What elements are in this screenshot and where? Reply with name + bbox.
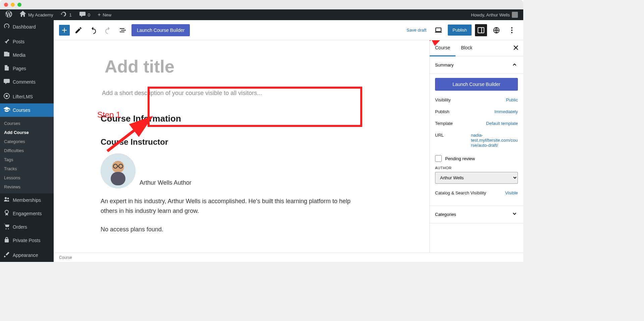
settings-sidebar: Step 2 Course Block Summary xyxy=(429,40,523,253)
annotation-title-box xyxy=(148,87,362,127)
visibility-value[interactable]: Public xyxy=(506,97,518,102)
new-content-button[interactable]: + New xyxy=(95,9,114,20)
sidebar-item-pages[interactable]: Pages xyxy=(0,62,54,75)
sidebar-item-memberships[interactable]: Memberships xyxy=(0,193,54,207)
redo-button[interactable] xyxy=(102,24,114,36)
submenu-lessons[interactable]: Lessons xyxy=(0,173,54,182)
url-value[interactable]: nadia-test.myliftersite.com/course/auto-… xyxy=(471,133,518,148)
submenu-courses[interactable]: Courses xyxy=(0,119,54,128)
plus-icon: + xyxy=(98,12,101,18)
submenu-reviews[interactable]: Reviews xyxy=(0,182,54,191)
laptop-icon xyxy=(434,26,442,34)
greeting-text: Howdy, Arthur Wells xyxy=(471,12,510,17)
sidebar-item-label: Private Posts xyxy=(13,238,40,243)
summary-panel-body: Launch Course Builder Visibility Public … xyxy=(430,74,523,206)
editor-canvas[interactable]: Step 1 Add title Add a short description… xyxy=(54,40,429,253)
sidebar-item-orders[interactable]: Orders xyxy=(0,220,54,234)
globe-icon xyxy=(493,27,500,34)
sidebar-item-courses[interactable]: Courses xyxy=(0,103,54,117)
close-settings-button[interactable] xyxy=(508,40,523,56)
user-greeting[interactable]: Howdy, Arthur Wells xyxy=(468,9,521,20)
sidebar-item-label: Courses xyxy=(13,107,30,113)
svg-point-10 xyxy=(511,30,513,31)
submenu-categories[interactable]: Categories xyxy=(0,137,54,146)
wp-logo-menu[interactable] xyxy=(3,9,15,20)
sidebar-item-label: Comments xyxy=(13,79,36,85)
refresh-icon xyxy=(60,11,67,19)
settings-sidebar-toggle[interactable] xyxy=(475,24,487,36)
plus-icon xyxy=(60,26,68,34)
breadcrumb-course[interactable]: Course xyxy=(59,255,72,260)
sidebar-item-media[interactable]: Media xyxy=(0,48,54,62)
summary-panel-header[interactable]: Summary xyxy=(430,56,523,74)
tab-course[interactable]: Course xyxy=(430,40,455,56)
svg-point-4 xyxy=(5,210,8,214)
publish-date-value[interactable]: Immediately xyxy=(494,109,518,114)
comments-count: 0 xyxy=(88,12,90,17)
list-view-icon xyxy=(119,26,127,34)
sidebar-item-engagements[interactable]: Engagements xyxy=(0,207,54,220)
comments-link[interactable]: 0 xyxy=(76,9,93,20)
sidebar-item-label: Orders xyxy=(13,224,27,230)
edit-tools-button[interactable] xyxy=(72,24,85,36)
publish-button[interactable]: Publish xyxy=(448,25,472,36)
mac-titlebar xyxy=(0,0,523,9)
undo-icon xyxy=(89,26,97,34)
close-icon xyxy=(513,45,519,50)
save-draft-button[interactable]: Save draft xyxy=(404,25,429,35)
svg-point-1 xyxy=(6,95,8,97)
lock-icon xyxy=(3,236,10,244)
redo-icon xyxy=(104,26,112,34)
sidebar-item-label: Appearance xyxy=(13,253,38,258)
sidebar-item-private-posts[interactable]: Private Posts xyxy=(0,234,54,247)
add-block-button[interactable] xyxy=(59,25,70,36)
submenu-tags[interactable]: Tags xyxy=(0,155,54,164)
refresh-updates[interactable]: 1 xyxy=(58,9,74,20)
instructor-name: Arthur Wells Author xyxy=(140,179,192,188)
mac-close-icon[interactable] xyxy=(4,3,8,7)
pencil-icon xyxy=(74,26,83,34)
sidebar-item-label: Memberships xyxy=(13,197,41,203)
sidebar-item-label: Pages xyxy=(13,66,26,71)
submenu-difficulties[interactable]: Difficulties xyxy=(0,146,54,155)
site-home-link[interactable]: My Academy xyxy=(17,9,56,20)
sidebar-item-dashboard[interactable]: Dashboard xyxy=(0,20,54,34)
svg-point-11 xyxy=(511,32,513,33)
home-icon xyxy=(19,11,26,19)
summary-label: Summary xyxy=(435,62,454,67)
sidebar-item-comments[interactable]: Comments xyxy=(0,75,54,89)
tab-block[interactable]: Block xyxy=(455,40,478,56)
sidebar-item-posts[interactable]: Posts xyxy=(0,35,54,48)
new-label: New xyxy=(103,12,111,17)
catalog-visibility-value[interactable]: Visible xyxy=(505,190,518,195)
instructor-avatar-icon xyxy=(101,153,136,188)
sidebar-item-label: Media xyxy=(13,52,25,58)
undo-button[interactable] xyxy=(87,24,99,36)
pin-icon xyxy=(3,38,10,46)
svg-point-2 xyxy=(5,197,7,199)
launch-course-builder-button[interactable]: Launch Course Builder xyxy=(131,24,190,36)
llms-visibility-button[interactable] xyxy=(490,24,502,36)
submenu-tracks[interactable]: Tracks xyxy=(0,164,54,173)
course-instructor-heading: Course Instructor xyxy=(101,137,382,147)
categories-panel-header[interactable]: Categories xyxy=(430,206,523,223)
template-value[interactable]: Default template xyxy=(486,121,518,126)
course-title-input[interactable]: Add title xyxy=(101,54,382,80)
mac-minimize-icon[interactable] xyxy=(11,3,15,7)
courses-submenu: Courses Add Course Categories Difficulti… xyxy=(0,117,54,193)
sidebar-launch-builder-button[interactable]: Launch Course Builder xyxy=(435,78,518,91)
author-select[interactable]: Arthur Wells xyxy=(435,172,518,184)
visibility-label: Visibility xyxy=(435,97,451,102)
sidebar-item-appearance[interactable]: Appearance xyxy=(0,248,54,262)
pending-review-checkbox[interactable] xyxy=(435,155,442,162)
mac-maximize-icon[interactable] xyxy=(17,3,21,7)
submenu-add-course[interactable]: Add Course xyxy=(0,128,54,137)
pending-review-label: Pending review xyxy=(445,156,475,161)
sidebar-item-lifterlms[interactable]: LifterLMS xyxy=(0,90,54,103)
page-icon xyxy=(3,64,10,73)
editor-toolbar: Launch Course Builder Save draft Publish xyxy=(54,20,523,40)
preview-button[interactable] xyxy=(432,24,444,36)
document-overview-button[interactable] xyxy=(117,24,129,36)
cart-icon xyxy=(3,223,10,231)
more-options-button[interactable] xyxy=(506,24,518,36)
